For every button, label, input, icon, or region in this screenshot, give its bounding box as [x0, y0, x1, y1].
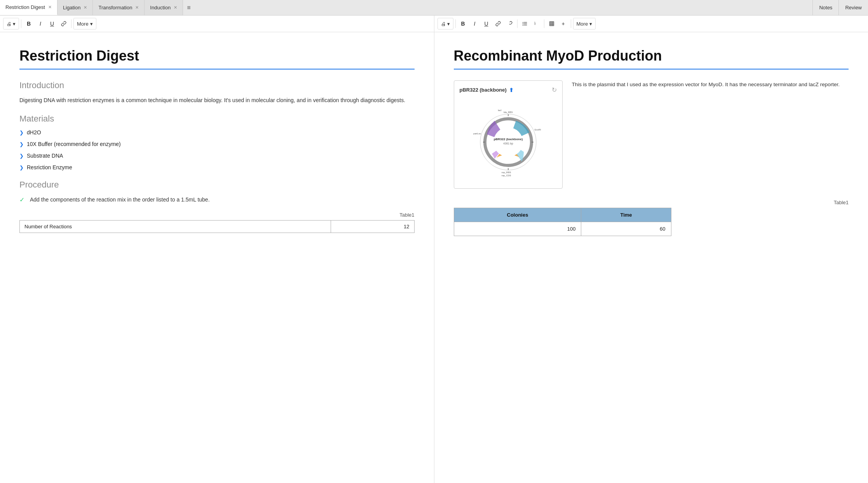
tab-close-ligation[interactable]: ✕	[84, 5, 87, 10]
plasmid-name: pBR322 (backbone) ⬆	[460, 87, 514, 93]
right-divider-3	[544, 19, 544, 28]
left-table-label: Table1	[19, 212, 415, 218]
toolbar-divider-2	[71, 19, 71, 28]
chevron-icon-4: ❯	[19, 165, 24, 170]
svg-text:rop_RBS: rop_RBS	[501, 171, 511, 174]
right-doc-title: Recombinant MyoD Production	[454, 48, 849, 69]
tab-close-induction[interactable]: ✕	[174, 5, 177, 10]
plasmid-description: This is the plasmid that I used as the e…	[572, 80, 849, 189]
material-4: Resriction Enzyme	[27, 164, 72, 170]
tab-label: Transformation	[98, 5, 132, 10]
right-more-button[interactable]: More ▾	[573, 18, 596, 30]
list-item: ❯ Resriction Enzyme	[19, 164, 415, 170]
right-italic-button[interactable]: I	[469, 18, 480, 29]
right-toolbar: 🖨 ▾ B I U 1.2. + More ▾	[434, 16, 868, 32]
table-row: Number of Reactions 12	[20, 220, 415, 233]
table-header-row: Colonies Time	[454, 208, 671, 222]
refresh-icon[interactable]: ↻	[552, 86, 557, 94]
table-row: 100 60	[454, 222, 671, 236]
split-container: Restriction Digest Introduction Digestin…	[0, 32, 868, 483]
right-data-table: Colonies Time 100 60	[454, 208, 671, 236]
print-icon-right: 🖨	[441, 21, 446, 27]
right-print-button[interactable]: 🖨 ▾	[437, 18, 453, 30]
procedure-heading: Procedure	[19, 180, 415, 190]
more-label: More	[77, 21, 89, 27]
right-add-button[interactable]: +	[558, 18, 569, 29]
table-cell-label: Number of Reactions	[20, 220, 331, 233]
plasmid-svg: pBR322 (backbone) 4361 bp bla_RBS EcoRI …	[465, 97, 551, 183]
plasmid-card-header: pBR322 (backbone) ⬆ ↻	[460, 86, 557, 94]
right-divider-4	[571, 19, 571, 28]
chevron-icon-2: ❯	[19, 141, 24, 147]
tab-close-transformation[interactable]: ✕	[135, 5, 139, 10]
check-icon-1: ✓	[19, 196, 24, 203]
procedure-item-1: ✓ Add the components of the reaction mix…	[19, 195, 415, 204]
plasmid-map: pBR322 (backbone) 4361 bp bla_RBS EcoRI …	[460, 97, 557, 183]
tab-notes[interactable]: Notes	[812, 0, 838, 15]
tab-induction[interactable]: Induction ✕	[145, 0, 183, 15]
svg-text:4361 bp: 4361 bp	[503, 142, 513, 145]
list-item: ❯ dH2O	[19, 129, 415, 136]
tab-ligation[interactable]: Ligation ✕	[58, 0, 93, 15]
right-bullet-button[interactable]	[519, 18, 530, 29]
svg-rect-1	[524, 22, 527, 23]
right-tabs: Notes Review	[812, 0, 868, 15]
svg-rect-5	[524, 25, 527, 25]
tab-review[interactable]: Review	[838, 0, 868, 15]
svg-text:EcoRI: EcoRI	[535, 129, 541, 131]
right-number-button[interactable]: 1.2.	[531, 18, 542, 29]
cell-time: 60	[581, 222, 671, 236]
materials-list: ❯ dH2O ❯ 10X Buffer (recommended for enz…	[19, 129, 415, 170]
right-table-button[interactable]	[546, 18, 557, 29]
list-item: ❯ 10X Buffer (recommended for enzyme)	[19, 141, 415, 147]
svg-text:bla_RBS: bla_RBS	[504, 111, 513, 113]
col-header-time: Time	[581, 208, 671, 222]
upload-icon[interactable]: ⬆	[509, 87, 514, 93]
left-data-table: Number of Reactions 12	[19, 220, 415, 233]
print-arrow-right: ▾	[447, 21, 450, 27]
left-bold-button[interactable]: B	[23, 18, 34, 29]
material-1: dH2O	[27, 129, 41, 136]
chevron-icon-1: ❯	[19, 130, 24, 136]
procedure-section: ✓ Add the components of the reaction mix…	[19, 195, 415, 204]
plasmid-card: pBR322 (backbone) ⬆ ↻	[454, 80, 563, 189]
left-more-button[interactable]: More ▾	[73, 18, 96, 30]
left-italic-button[interactable]: I	[35, 18, 46, 29]
more-arrow: ▾	[90, 21, 93, 27]
tab-close-restriction-digest[interactable]: ✕	[48, 5, 52, 9]
tab-transformation[interactable]: Transformation ✕	[93, 0, 145, 15]
right-more-arrow: ▾	[589, 21, 592, 27]
col-header-colonies: Colonies	[454, 208, 581, 222]
svg-text:pariLoc: pariLoc	[473, 132, 481, 135]
procedure-text-1: Add the components of the reaction mix i…	[30, 195, 210, 204]
tab-label: Induction	[150, 5, 171, 10]
tab-restriction-digest[interactable]: Restriction Digest ✕	[0, 0, 58, 15]
tab-label: Ligation	[63, 5, 81, 10]
chevron-icon-3: ❯	[19, 153, 24, 159]
right-link2-button[interactable]	[504, 18, 515, 29]
left-underline-button[interactable]: U	[47, 18, 58, 29]
right-bold-button[interactable]: B	[458, 18, 469, 29]
right-divider-1	[455, 19, 456, 28]
svg-rect-8	[549, 22, 554, 26]
print-arrow: ▾	[13, 21, 16, 27]
introduction-text: Digesting DNA with restriction enzymes i…	[19, 96, 415, 104]
svg-rect-2	[523, 23, 523, 24]
left-doc-title: Restriction Digest	[19, 48, 415, 69]
right-pane: Recombinant MyoD Production pBR322 (back…	[434, 32, 868, 483]
table-cell-value: 12	[331, 220, 414, 233]
left-link-button[interactable]	[58, 18, 69, 29]
svg-text:lacl: lacl	[498, 109, 501, 111]
left-toolbar: 🖨 ▾ B I U More ▾	[0, 16, 434, 32]
svg-rect-3	[524, 23, 527, 24]
left-pane: Restriction Digest Introduction Digestin…	[0, 32, 434, 483]
right-underline-button[interactable]: U	[481, 18, 492, 29]
left-print-button[interactable]: 🖨 ▾	[3, 18, 19, 30]
right-divider-2	[517, 19, 518, 28]
tab-menu-button[interactable]: ≡	[183, 0, 194, 15]
material-3: Substrate DNA	[27, 153, 63, 159]
tab-bar: Restriction Digest ✕ Ligation ✕ Transfor…	[0, 0, 868, 16]
right-link-button[interactable]	[493, 18, 504, 29]
print-icon: 🖨	[7, 21, 12, 27]
toolbar-divider-1	[21, 19, 21, 28]
